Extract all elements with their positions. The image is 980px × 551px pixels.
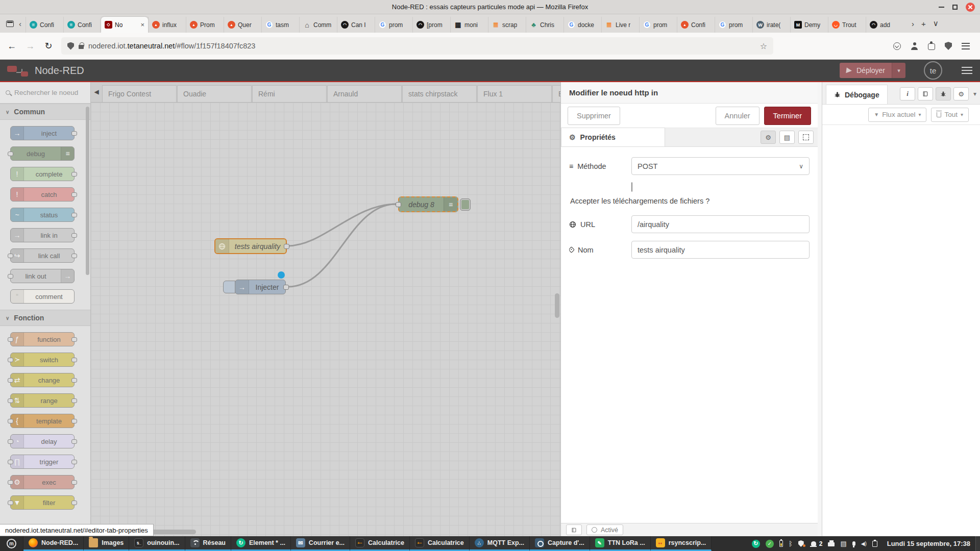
output-port[interactable] — [283, 285, 289, 290]
browser-tab[interactable]: Confi — [677, 17, 715, 33]
config-tab-button[interactable]: ⚙ — [953, 87, 969, 101]
palette-section-fonction[interactable]: ∨ Fonction — [0, 310, 90, 326]
browser-tab[interactable]: Demy — [790, 17, 828, 33]
deploy-options-caret[interactable]: ▾ — [892, 63, 905, 78]
list-tabs-icon[interactable]: ∨ — [933, 19, 939, 28]
browser-tab[interactable]: Trout — [828, 17, 866, 33]
pocket-icon[interactable] — [893, 42, 901, 50]
input-port[interactable] — [396, 202, 401, 207]
taskbar-item-calculator[interactable]: Calculatrice — [350, 536, 410, 551]
panel-divider[interactable] — [818, 82, 822, 536]
properties-view-button[interactable]: ⚙ — [761, 131, 776, 144]
palette-search-input[interactable]: Rechercher le noeud — [0, 82, 90, 104]
maximize-icon[interactable] — [952, 5, 958, 10]
browser-tab[interactable]: Live r — [601, 17, 639, 33]
taskbar-item-mqtt[interactable]: MQTT Exp... — [470, 536, 530, 551]
upload-checkbox[interactable] — [631, 182, 632, 192]
palette-section-commun[interactable]: ∨ Commun — [0, 104, 90, 120]
taskbar-item-images[interactable]: Images — [84, 536, 129, 551]
browser-tab[interactable]: prom — [715, 17, 752, 33]
sync-tray-icon[interactable] — [752, 540, 760, 548]
deploy-button[interactable]: Déployer ▾ — [840, 63, 905, 78]
browser-tab[interactable]: scrap — [488, 17, 526, 33]
minimize-icon[interactable] — [939, 7, 944, 8]
taskbar-item-element[interactable]: Element * ... — [231, 536, 291, 551]
address-bar[interactable]: nodered.iot.tetaneutral.net/#flow/1f157f… — [61, 37, 773, 55]
taskbar-item-calculator[interactable]: Calculatrice — [410, 536, 470, 551]
canvas-node-debug[interactable]: ≡ debug 8 — [398, 196, 458, 212]
palette-node-comment[interactable]: “ comment — [10, 289, 75, 304]
clipboard-icon[interactable] — [872, 541, 877, 547]
palette-node-function[interactable]: ƒ function — [10, 332, 75, 346]
palette-node-catch[interactable]: ! catch — [10, 187, 75, 202]
battery-icon[interactable] — [779, 540, 783, 547]
browser-tab[interactable]: prom — [639, 17, 677, 33]
help-tab-button[interactable] — [918, 87, 933, 101]
scroll-tabs-left-icon[interactable]: ‹ — [19, 19, 21, 28]
taskbar-item-ttn[interactable]: TTN LoRa ... — [590, 536, 651, 551]
browser-tab[interactable]: Prom — [186, 17, 224, 33]
avatar[interactable]: te — [924, 61, 942, 80]
browser-tab-active[interactable]: No× — [101, 17, 148, 33]
url-input[interactable]: /airquality — [631, 215, 810, 233]
palette-node-link-in[interactable]: → link in — [10, 228, 75, 242]
bookmark-star-icon[interactable]: ☆ — [760, 41, 767, 51]
taskbar-item-firefox[interactable]: Node-RED... — [23, 536, 84, 551]
start-menu-button[interactable]: m — [0, 536, 23, 551]
close-icon[interactable] — [966, 3, 975, 12]
palette-node-change[interactable]: ⇄ change — [10, 373, 75, 387]
browser-tab[interactable]: prom — [375, 17, 412, 33]
output-port[interactable] — [284, 244, 289, 249]
palette-node-trigger[interactable]: ∏ trigger — [10, 455, 75, 469]
description-view-button[interactable]: ▤ — [779, 131, 795, 144]
browser-tab[interactable]: add — [866, 17, 903, 33]
inject-trigger-button[interactable] — [223, 281, 235, 293]
browser-tab[interactable]: docke — [564, 17, 601, 33]
palette-node-link-call[interactable]: ↪ link call — [10, 248, 75, 263]
node-enabled-toggle[interactable]: Activé — [586, 524, 623, 535]
document-tray-icon[interactable]: ▤ — [840, 540, 846, 547]
palette-node-exec[interactable]: ⚙ exec — [10, 475, 75, 489]
scroll-tabs-right-icon[interactable]: › — [912, 19, 914, 28]
node-description-button[interactable] — [566, 524, 582, 535]
taskbar-item-mail[interactable]: Courrier e... — [291, 536, 350, 551]
microphone-icon[interactable] — [852, 541, 855, 546]
browser-tab[interactable]: moni — [450, 17, 488, 33]
palette-node-delay[interactable]: ◔ delay — [10, 434, 75, 448]
new-tab-icon[interactable]: + — [921, 19, 926, 28]
reload-icon[interactable]: ↻ — [43, 40, 54, 52]
browser-tab[interactable]: Chris — [526, 17, 564, 33]
tab-debug[interactable]: Débogage — [826, 85, 888, 104]
canvas-node-http-in[interactable]: tests airquality — [214, 238, 287, 254]
palette-node-debug[interactable]: ≡ debug — [10, 146, 75, 161]
bluetooth-icon[interactable]: ᛒ — [789, 540, 793, 547]
account-icon[interactable] — [911, 42, 918, 50]
volume-icon[interactable]: ◀) — [861, 541, 867, 546]
debug-toggle-button[interactable] — [460, 198, 471, 211]
palette-node-inject[interactable]: → inject — [10, 126, 75, 140]
back-icon[interactable]: ← — [6, 41, 17, 52]
show-desktop-button[interactable] — [975, 536, 980, 551]
browser-tab[interactable]: Can I — [337, 17, 375, 33]
adblock-shield-icon[interactable] — [945, 42, 952, 50]
printer-icon[interactable] — [828, 542, 835, 546]
debug-filter-button[interactable]: ▼ Flux actuel ▾ — [868, 108, 926, 122]
lock-icon[interactable] — [79, 45, 84, 49]
tab-close-icon[interactable]: × — [140, 21, 144, 29]
palette-node-status[interactable]: ~ status — [10, 208, 75, 222]
palette-scrollbar[interactable] — [86, 107, 89, 275]
canvas-node-inject[interactable]: → Injecter — [235, 280, 286, 294]
palette-node-complete[interactable]: ! complete — [10, 167, 75, 181]
browser-tab[interactable]: Confi — [26, 17, 63, 33]
browser-tab[interactable]: Comm — [299, 17, 337, 33]
nodered-menu-icon[interactable] — [962, 67, 972, 74]
taskbar-item-screenshot[interactable]: Capture d'... — [530, 536, 590, 551]
palette-node-filter[interactable]: ▼ filter — [10, 495, 75, 510]
debug-clear-button[interactable]: Tout ▾ — [931, 108, 969, 122]
browser-tab[interactable]: [prom — [412, 17, 450, 33]
palette-node-template[interactable]: { template — [10, 414, 75, 428]
browser-tab[interactable]: irate( — [752, 17, 790, 33]
taskbar-item-rsync[interactable]: rsyncscrip... — [651, 536, 712, 551]
method-select[interactable]: POST ∨ — [631, 157, 810, 175]
tracking-shield-icon[interactable] — [67, 42, 74, 50]
